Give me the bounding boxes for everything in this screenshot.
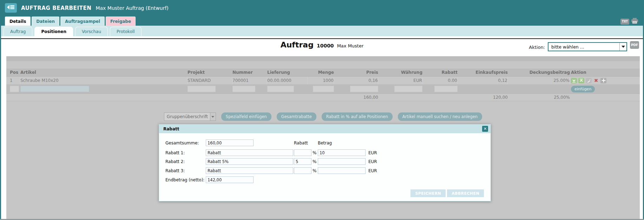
discount1-label: Rabatt 1: — [165, 149, 185, 156]
cancel-button[interactable]: ABBRECHEN — [447, 189, 484, 197]
new-artikel-input[interactable] — [20, 86, 89, 92]
column-header-rabatt: Rabatt — [294, 140, 308, 147]
header-pos: Pos — [6, 69, 20, 76]
total-preis: 160,00 — [334, 94, 378, 101]
positions-toolbar: Gruppenüberschrift Spezialfeld einfügen … — [6, 112, 640, 121]
move-up-icon[interactable] — [578, 78, 584, 83]
subtab-auftrag[interactable]: Auftrag — [4, 27, 32, 36]
chevron-down-icon — [210, 113, 216, 121]
window-border — [0, 0, 1, 220]
cell-waehrung: EUR — [378, 77, 422, 84]
close-icon[interactable]: ✕ — [482, 126, 488, 132]
new-position-row: einfügen — [6, 84, 640, 93]
chevron-down-icon — [619, 43, 626, 51]
cell-projekt: STANDARD — [188, 77, 232, 84]
tab-auftragsampel[interactable]: Auftragsampel — [60, 17, 105, 26]
order-edit-window: AUFTRAG BEARBEITEN Max Muster Auftrag (E… — [0, 0, 644, 220]
page-subtitle: Max Muster Auftrag (Entwurf) — [96, 5, 168, 11]
insert-position-button[interactable]: einfügen — [571, 86, 595, 92]
new-pos-input[interactable] — [10, 86, 19, 92]
discount3-label: Rabatt 3: — [165, 167, 185, 174]
manual-article-button[interactable]: Artikel manuell suchen / neu anlegen — [398, 112, 482, 121]
order-number: 10000 — [317, 43, 334, 48]
move-down-icon[interactable] — [571, 78, 577, 83]
table-header-row: Pos Artikel Projekt Nummer Lieferung Men… — [6, 69, 640, 77]
edit-icon[interactable] — [586, 78, 592, 83]
discount-dialog-title: Rabatt — [159, 127, 179, 131]
page-title: AUFTRAG BEARBEITEN — [21, 5, 91, 11]
header-waehrung: Währung — [378, 69, 422, 76]
cell-lieferung: 00.00.0000 — [267, 77, 308, 84]
totals-row: 160,00 120,00 25,00% — [6, 93, 640, 101]
header-menge: Menge — [308, 69, 334, 76]
discount1-name-input[interactable] — [206, 149, 293, 156]
pdf-icon[interactable]: PDF — [630, 41, 639, 49]
move-icon[interactable] — [600, 78, 606, 83]
header-lieferung: Lieferung — [267, 69, 308, 76]
header-divider — [0, 38, 644, 39]
header-rabatt: Rabatt — [422, 69, 458, 76]
discount-all-positions-button[interactable]: Rabatt in % auf alle Positionen — [322, 112, 393, 121]
sub-tab-bar: Auftrag Positionen Vorschau Protokoll — [0, 26, 644, 36]
cell-preis: 0,16 — [334, 77, 378, 84]
main-tab-bar: Details Dateien Auftragsampel Freigabe T… — [0, 16, 644, 26]
discount-dialog-titlebar: Rabatt — [159, 124, 491, 133]
new-rabatt-input[interactable] — [434, 86, 458, 92]
total-discounts-button[interactable]: Gesamtrabatte — [277, 112, 316, 121]
cell-menge: 1000 — [308, 77, 334, 84]
tab-dateien[interactable]: Dateien — [32, 17, 59, 26]
discount1-percent-input[interactable] — [294, 149, 311, 156]
discount2-name-input[interactable] — [206, 158, 293, 165]
total-sum-input[interactable] — [206, 140, 254, 146]
discount1-currency: EUR — [368, 149, 377, 156]
action-label: Aktion: — [520, 45, 545, 50]
discount3-amount-input[interactable] — [318, 167, 366, 174]
header-preis: Preis — [334, 69, 378, 76]
group-heading-select-value: Gruppenüberschrift — [164, 114, 210, 119]
subtab-positionen[interactable]: Positionen — [34, 27, 73, 36]
new-projekt-input[interactable] — [188, 86, 216, 92]
new-lieferung-input[interactable] — [267, 86, 294, 92]
new-preis-input[interactable] — [350, 86, 378, 92]
cell-deckungsbeitrag: 25.00% — [508, 77, 570, 84]
tab-details[interactable]: Details — [5, 17, 31, 26]
header-aktion: Aktion — [570, 69, 640, 76]
net-amount-input[interactable] — [206, 176, 254, 183]
tab-freigabe[interactable]: Freigabe — [106, 17, 136, 26]
order-heading: Auftrag 10000 Max Muster — [0, 40, 644, 49]
subtab-protokoll[interactable]: Protokoll — [110, 27, 142, 36]
cell-pos: 1 — [6, 77, 20, 84]
action-select[interactable]: bitte wählen ... — [548, 42, 627, 51]
discount2-amount-input[interactable] — [318, 158, 366, 165]
percent-sign: % — [313, 149, 316, 156]
save-button[interactable]: SPEICHERN — [410, 189, 446, 197]
header-einkaufspreis: Einkaufspreis — [458, 69, 508, 76]
txt-export-icon[interactable]: TXT — [620, 19, 629, 25]
new-nummer-input[interactable] — [232, 86, 255, 92]
topbar: AUFTRAG BEARBEITEN Max Muster Auftrag (E… — [0, 0, 644, 16]
percent-sign: % — [313, 158, 316, 165]
discount2-percent-input[interactable] — [294, 158, 311, 165]
header-nummer: Nummer — [232, 69, 267, 76]
column-header-betrag: Betrag — [318, 140, 332, 147]
cell-rabatt: 0.00 — [422, 77, 458, 84]
back-to-list-button[interactable] — [5, 3, 17, 13]
percent-sign: % — [313, 167, 316, 174]
new-waehrung-input[interactable] — [394, 86, 422, 92]
discount2-currency: EUR — [368, 158, 377, 165]
header-deckungsbeitrag: Deckungsbeitrag — [508, 69, 570, 76]
printer-icon[interactable] — [631, 18, 638, 25]
discount3-currency: EUR — [368, 167, 377, 174]
cell-artikel: Schraube M10x20 — [20, 77, 188, 84]
group-heading-select[interactable]: Gruppenüberschrift — [164, 112, 216, 121]
delete-icon[interactable]: ✖ — [593, 78, 599, 83]
special-field-button[interactable]: Spezialfeld einfügen — [221, 112, 271, 121]
row-actions: ✖ — [571, 78, 606, 83]
discount1-amount-input[interactable] — [318, 149, 366, 156]
back-menu-icon — [7, 5, 15, 11]
discount3-name-input[interactable] — [206, 167, 293, 174]
discount3-percent-input[interactable] — [294, 167, 311, 174]
new-menge-input[interactable] — [313, 86, 334, 92]
subtab-vorschau[interactable]: Vorschau — [75, 27, 108, 36]
cell-nummer: 700001 — [232, 77, 267, 84]
